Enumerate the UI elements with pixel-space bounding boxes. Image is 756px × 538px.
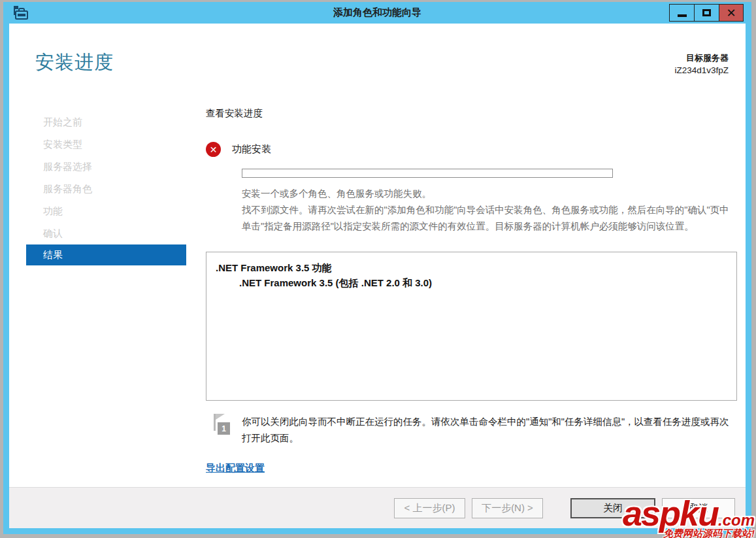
footer-button-bar: < 上一步(P) 下一步(N) > 关闭 取消	[9, 487, 746, 528]
sidebar-item-server-roles: 服务器角色	[26, 178, 186, 200]
titlebar: 添加角色和功能向导 ✕	[9, 2, 746, 24]
next-button[interactable]: 下一步(N) >	[472, 498, 543, 518]
cancel-button[interactable]: 取消	[662, 498, 735, 518]
progress-bar	[242, 169, 613, 178]
wizard-steps-sidebar: 开始之前 安装类型 服务器选择 服务器角色 功能 确认 结果	[26, 105, 186, 487]
sidebar-item-server-selection: 服务器选择	[26, 156, 186, 178]
close-button[interactable]: ✕	[719, 4, 744, 22]
export-configuration-link[interactable]: 导出配置设置	[206, 462, 265, 475]
error-icon: ✕	[206, 142, 221, 157]
maximize-icon	[702, 9, 711, 16]
section-title: 查看安装进度	[206, 107, 740, 120]
minimize-button[interactable]	[669, 4, 694, 22]
minimize-icon	[678, 14, 687, 17]
window-controls: ✕	[669, 4, 744, 22]
main-panel: 查看安装进度 ✕ 功能安装 安装一个或多个角色、角色服务或功能失败。 找不到源文…	[186, 105, 746, 487]
sidebar-item-before-you-begin: 开始之前	[26, 111, 186, 133]
result-item-feature: .NET Framework 3.5 (包括 .NET 2.0 和 3.0)	[216, 275, 727, 290]
maximize-button[interactable]	[694, 4, 719, 22]
note-row: 1 你可以关闭此向导而不中断正在运行的任务。请依次单击命令栏中的"通知"和"任务…	[206, 414, 740, 446]
target-server-name: iZ234d1v3fpZ	[674, 65, 729, 75]
wizard-window: 添加角色和功能向导 ✕ 安装进度 目标服务器 iZ234d1v3fpZ 开始之前	[3, 2, 751, 534]
window-title: 添加角色和功能向导	[9, 7, 746, 19]
result-item-feature-group: .NET Framework 3.5 功能	[216, 260, 727, 275]
previous-button[interactable]: < 上一步(P)	[394, 498, 465, 518]
close-wizard-button[interactable]: 关闭	[570, 498, 655, 518]
error-detail: 找不到源文件。请再次尝试在新的"添加角色和功能"向导会话中安装角色、角色服务或功…	[242, 202, 733, 235]
page-title: 安装进度	[35, 50, 114, 105]
target-server-block: 目标服务器 iZ234d1v3fpZ	[674, 50, 729, 105]
results-list-box[interactable]: .NET Framework 3.5 功能 .NET Framework 3.5…	[206, 252, 737, 401]
task-name: 功能安装	[232, 143, 271, 156]
sidebar-item-installation-type: 安装类型	[26, 133, 186, 156]
window-frame: 添加角色和功能向导 ✕ 安装进度 目标服务器 iZ234d1v3fpZ 开始之前	[0, 0, 756, 538]
body-row: 开始之前 安装类型 服务器选择 服务器角色 功能 确认 结果 查看安装进度 ✕ …	[9, 105, 746, 487]
task-status-row: ✕ 功能安装	[206, 142, 740, 157]
sidebar-item-results[interactable]: 结果	[26, 244, 186, 265]
error-summary: 安装一个或多个角色、角色服务或功能失败。	[242, 186, 733, 202]
wizard-content: 安装进度 目标服务器 iZ234d1v3fpZ 开始之前 安装类型 服务器选择 …	[9, 24, 746, 487]
page-header: 安装进度 目标服务器 iZ234d1v3fpZ	[9, 24, 746, 105]
target-server-label: 目标服务器	[674, 52, 729, 64]
flag-notification-icon: 1	[212, 414, 233, 439]
flag-badge-count: 1	[218, 422, 230, 435]
note-text: 你可以关闭此向导而不中断正在运行的任务。请依次单击命令栏中的"通知"和"任务详细…	[242, 414, 737, 446]
sidebar-item-confirmation: 确认	[26, 222, 186, 244]
sidebar-item-features: 功能	[26, 200, 186, 222]
close-icon: ✕	[726, 6, 736, 20]
error-message: 安装一个或多个角色、角色服务或功能失败。 找不到源文件。请再次尝试在新的"添加角…	[242, 186, 733, 235]
